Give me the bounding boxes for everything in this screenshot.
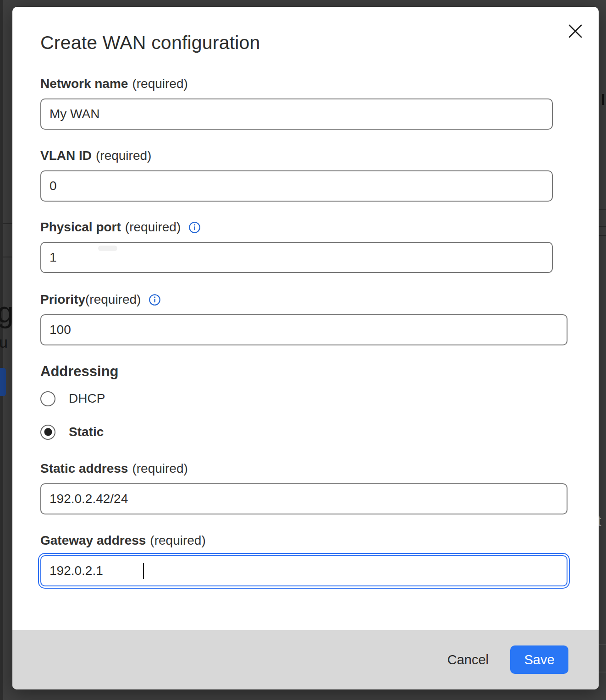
required-hint: (required) xyxy=(132,76,187,92)
radio-option-dhcp[interactable]: DHCP xyxy=(40,390,105,407)
label-text: Priority xyxy=(40,292,85,307)
physical-port-input-wrap xyxy=(40,242,553,273)
dimmed-table-line xyxy=(0,257,12,257)
required-hint: (required) xyxy=(125,219,181,235)
dialog-footer: Cancel Save xyxy=(12,630,599,689)
radio-label: DHCP xyxy=(69,391,105,406)
vlan-id-input[interactable] xyxy=(40,170,553,202)
create-wan-dialog: Create WAN configuration Network name (r… xyxy=(12,7,599,689)
save-button[interactable]: Save xyxy=(510,645,568,674)
info-icon[interactable] xyxy=(149,294,161,306)
priority-field-group: Priority (required) xyxy=(40,292,567,345)
vlan-id-field-group: VLAN ID (required) xyxy=(40,148,553,202)
required-hint: (required) xyxy=(96,148,151,164)
label-text: VLAN ID xyxy=(40,148,92,164)
radio-option-static[interactable]: Static xyxy=(40,424,104,440)
network-name-input[interactable] xyxy=(40,98,553,130)
network-name-label: Network name (required) xyxy=(40,76,553,92)
info-icon[interactable] xyxy=(188,221,201,234)
close-icon[interactable] xyxy=(562,18,588,44)
priority-input[interactable] xyxy=(40,314,567,345)
required-hint: (required) xyxy=(85,292,141,307)
screen: g u t l t Create WAN configuration Netwo… xyxy=(0,0,606,700)
dimmed-page-button-fragment xyxy=(0,368,6,396)
close-icon-glyph xyxy=(568,24,583,38)
network-name-field-group: Network name (required) xyxy=(40,76,553,130)
physical-port-label: Physical port (required) xyxy=(40,219,553,235)
radio-label: Static xyxy=(69,425,104,439)
label-text: Physical port xyxy=(40,219,121,235)
static-address-field-group: Static address (required) xyxy=(40,461,567,514)
static-address-input[interactable] xyxy=(40,483,567,514)
dimmed-page-text-fragment: g xyxy=(0,295,14,329)
physical-port-field-group: Physical port (required) xyxy=(40,219,553,273)
priority-label: Priority (required) xyxy=(40,292,567,307)
dialog-title: Create WAN configuration xyxy=(40,32,260,54)
dimmed-page-text-fragment: u xyxy=(0,334,8,351)
static-address-label: Static address (required) xyxy=(40,461,567,476)
vlan-id-label: VLAN ID (required) xyxy=(40,148,553,164)
radio-button[interactable] xyxy=(40,391,55,406)
render-artifact xyxy=(98,246,117,251)
gateway-address-label: Gateway address (required) xyxy=(40,533,567,548)
cancel-button[interactable]: Cancel xyxy=(439,648,497,672)
label-text: Gateway address xyxy=(40,533,146,548)
physical-port-input[interactable] xyxy=(40,242,553,273)
gateway-address-input[interactable] xyxy=(40,555,567,586)
gateway-address-input-wrap xyxy=(40,555,567,586)
required-hint: (required) xyxy=(132,461,187,476)
label-text: Network name xyxy=(40,76,128,92)
dimmed-table-line xyxy=(0,223,12,224)
addressing-section-header: Addressing xyxy=(40,363,119,380)
gateway-address-field-group: Gateway address (required) xyxy=(40,533,567,586)
label-text: Static address xyxy=(40,461,128,476)
radio-button[interactable] xyxy=(40,425,55,440)
text-caret xyxy=(143,563,144,579)
required-hint: (required) xyxy=(150,533,205,548)
